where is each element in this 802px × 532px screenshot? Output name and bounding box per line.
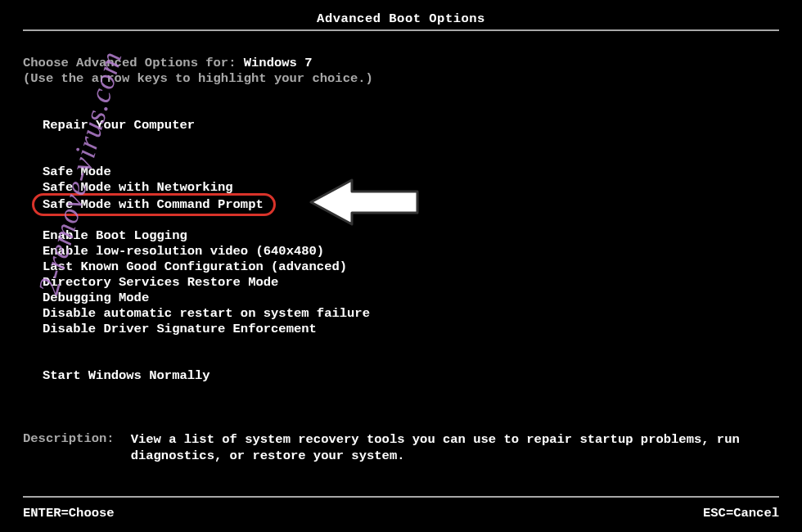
- option-low-res-video[interactable]: Enable low-resolution video (640x480): [43, 244, 324, 259]
- footer-esc: ESC=Cancel: [703, 506, 779, 521]
- option-ds-restore-mode[interactable]: Directory Services Restore Mode: [43, 275, 278, 291]
- option-start-normally[interactable]: Start Windows Normally: [23, 368, 210, 384]
- option-safe-mode-cmd[interactable]: Safe Mode with Command Prompt: [43, 197, 264, 213]
- footer-bar: ENTER=Choose ESC=Cancel: [23, 506, 779, 521]
- content-area: Choose Advanced Options for: Windows 7 (…: [0, 31, 802, 464]
- choose-line: Choose Advanced Options for: Windows 7: [23, 56, 779, 71]
- description-label: Description:: [23, 431, 115, 464]
- arrow-hint: (Use the arrow keys to highlight your ch…: [23, 71, 779, 87]
- divider-bottom: [23, 496, 779, 498]
- footer-enter: ENTER=Choose: [23, 506, 115, 521]
- description-text: View a list of system recovery tools you…: [131, 431, 779, 464]
- option-disable-auto-restart[interactable]: Disable automatic restart on system fail…: [43, 306, 370, 322]
- os-name: Windows 7: [244, 56, 313, 70]
- option-boot-logging[interactable]: Enable Boot Logging: [43, 228, 187, 244]
- option-disable-driver-sig[interactable]: Disable Driver Signature Enforcement: [43, 322, 317, 337]
- option-repair-computer[interactable]: Repair Your Computer: [23, 118, 195, 133]
- option-last-known-good[interactable]: Last Known Good Configuration (advanced): [43, 259, 347, 275]
- description-row: Description: View a list of system recov…: [23, 431, 779, 464]
- option-debugging-mode[interactable]: Debugging Mode: [43, 291, 149, 306]
- choose-prefix: Choose Advanced Options for:: [23, 56, 244, 70]
- highlight-ring: Safe Mode with Command Prompt: [32, 193, 276, 217]
- option-safe-mode[interactable]: Safe Mode: [43, 165, 111, 180]
- page-title: Advanced Boot Options: [0, 0, 802, 29]
